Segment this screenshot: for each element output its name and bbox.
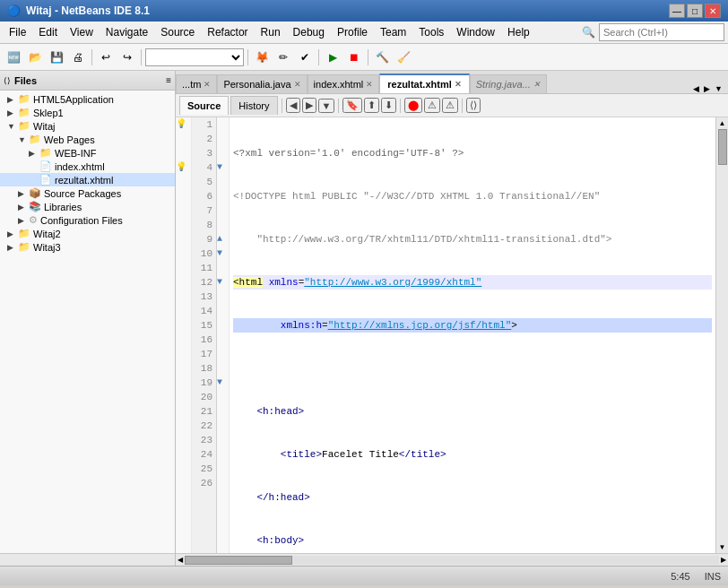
tab-close-btn[interactable]: ✕: [294, 80, 301, 89]
marker-6: [176, 189, 191, 203]
menu-source[interactable]: Source: [155, 24, 200, 40]
editor-btn-prev-bookmark[interactable]: ⬆: [364, 98, 379, 113]
gutter-7: [217, 203, 229, 218]
menu-refactor[interactable]: Refactor: [202, 24, 253, 40]
toolbar-stop-btn[interactable]: ⏹: [344, 48, 364, 67]
maximize-button[interactable]: □: [687, 4, 703, 18]
toolbar-firefox-btn[interactable]: 🦊: [252, 48, 272, 67]
toolbar-print-btn[interactable]: 🖨: [68, 48, 88, 67]
search-input[interactable]: [599, 23, 724, 41]
marker-2: [176, 132, 191, 146]
minimize-button[interactable]: —: [669, 4, 685, 18]
editor-btn-back[interactable]: ◀: [286, 98, 300, 113]
marker-4: 💡: [176, 160, 191, 175]
line-num: 2: [195, 132, 212, 146]
tab-string-java[interactable]: String.java... ✕: [470, 74, 547, 93]
code-editor[interactable]: <?xml version='1.0' encoding='UTF-8' ?> …: [230, 117, 715, 553]
tab-rezultat-xhtml[interactable]: rezultat.xhtml ✕: [379, 74, 470, 93]
menu-profile[interactable]: Profile: [332, 24, 373, 40]
menu-view[interactable]: View: [65, 24, 99, 40]
tree-item-witaj[interactable]: ▼ 📁 Witaj: [0, 119, 175, 133]
toolbar-check-btn[interactable]: ✔: [295, 48, 315, 67]
menu-team[interactable]: Team: [375, 24, 412, 40]
editor-btn-next-error[interactable]: ⚠: [442, 98, 458, 113]
tab-tm[interactable]: ...tm ✕: [176, 74, 217, 93]
toolbar-clean-btn[interactable]: 🧹: [394, 48, 413, 67]
hscroll-thumb[interactable]: [185, 556, 292, 565]
editor-btn-fwd[interactable]: ▶: [302, 98, 316, 113]
tree-item-witaj2[interactable]: ▶ 📁 Witaj2: [0, 227, 175, 240]
tab-close-btn[interactable]: ✕: [366, 80, 373, 89]
toolbar-build-btn[interactable]: 🔨: [372, 48, 392, 67]
gutter-10[interactable]: ▼: [217, 246, 229, 261]
menu-navigate[interactable]: Navigate: [100, 24, 153, 40]
tree-item-html5[interactable]: ▶ 📁 HTML5Application: [0, 92, 175, 106]
menu-run[interactable]: Run: [256, 24, 286, 40]
close-button[interactable]: ✕: [705, 4, 721, 18]
tab-scroll-right[interactable]: ▶: [702, 84, 712, 93]
editor-tab-history[interactable]: History: [230, 96, 277, 115]
menu-help[interactable]: Help: [502, 24, 535, 40]
gutter-19[interactable]: ▼: [217, 376, 229, 390]
gutter-2: [217, 132, 229, 146]
code-gutter: ▼ ▲ ▼ ▼ ▼: [217, 117, 230, 553]
tree-item-witaj3[interactable]: ▶ 📁 Witaj3: [0, 240, 175, 254]
scrollbar-down-arrow[interactable]: ▼: [716, 541, 728, 553]
toolbar-project-select[interactable]: [145, 48, 244, 66]
hscroll-right-arrow[interactable]: ▶: [721, 556, 726, 564]
editor-btn-toggle-breakpoint[interactable]: ⬤: [404, 98, 422, 113]
editor-toolbar-sep: [282, 99, 282, 113]
gutter-12[interactable]: ▼: [217, 275, 229, 290]
toolbar-redo-btn[interactable]: ↪: [117, 48, 137, 67]
editor-btn-prev-error[interactable]: ⚠: [424, 98, 440, 113]
scrollbar-thumb[interactable]: [718, 129, 727, 165]
status-time: 5:45: [671, 571, 689, 582]
toolbar-edit-btn[interactable]: ✏: [273, 48, 293, 67]
tab-close-btn[interactable]: ✕: [533, 80, 541, 89]
scrollbar-up-arrow[interactable]: ▲: [716, 117, 728, 129]
toolbar-save-btn[interactable]: 💾: [47, 48, 66, 67]
gutter-9[interactable]: ▲: [217, 232, 229, 246]
tree-arrow: ▶: [18, 189, 27, 198]
tree-item-rezultat-xhtml[interactable]: ▶ 📄 rezultat.xhtml: [0, 173, 175, 186]
menu-tools[interactable]: Tools: [413, 24, 449, 40]
tree-item-libraries[interactable]: ▶ 📚 Libraries: [0, 200, 175, 213]
toolbar-run-btn[interactable]: ▶: [323, 48, 342, 67]
tab-dropdown-btn[interactable]: ▼: [713, 84, 724, 93]
line-num: 12: [195, 275, 212, 290]
files-panel-label: Files: [14, 75, 37, 86]
tree-item-sklep1[interactable]: ▶ 📁 Sklep1: [0, 106, 175, 119]
tree-item-webpages[interactable]: ▼ 📁 Web Pages: [0, 133, 175, 146]
menu-file[interactable]: File: [4, 24, 31, 40]
app-icon: 🔵: [7, 4, 21, 17]
line-num: 11: [195, 261, 212, 275]
hscroll-left-arrow[interactable]: ◀: [178, 556, 183, 564]
toolbar-new-btn[interactable]: 🆕: [4, 48, 23, 67]
tree-label: HTML5Application: [33, 94, 114, 105]
marker-12: [176, 275, 191, 290]
menu-debug[interactable]: Debug: [288, 24, 330, 40]
menu-window[interactable]: Window: [451, 24, 500, 40]
editor-btn-next-bookmark[interactable]: ⬇: [381, 98, 396, 113]
tab-index-xhtml[interactable]: index.xhtml ✕: [308, 74, 380, 93]
panel-menu-btn[interactable]: ≡: [166, 75, 171, 85]
tree-item-webinf[interactable]: ▶ 📁 WEB-INF: [0, 146, 175, 160]
tree-item-config[interactable]: ▶ ⚙ Configuration Files: [0, 213, 175, 227]
toolbar-sep-4: [318, 49, 319, 65]
line-num: 10: [195, 246, 212, 261]
tab-close-btn[interactable]: ✕: [204, 80, 211, 89]
toolbar-undo-btn[interactable]: ↩: [96, 48, 116, 67]
gutter-4[interactable]: ▼: [217, 160, 229, 175]
editor-tab-source[interactable]: Source: [179, 96, 229, 115]
tree-item-source-packages[interactable]: ▶ 📦 Source Packages: [0, 186, 175, 200]
tab-scroll-left[interactable]: ◀: [691, 84, 701, 93]
tree-item-index-xhtml[interactable]: ▶ 📄 index.xhtml: [0, 160, 175, 173]
menu-edit[interactable]: Edit: [33, 24, 63, 40]
tab-personalia[interactable]: Personalia.java ✕: [217, 74, 307, 93]
tab-close-btn[interactable]: ✕: [455, 80, 462, 89]
editor-btn-format[interactable]: ⟨⟩: [466, 98, 481, 113]
toolbar-open-btn[interactable]: 📂: [25, 48, 45, 67]
editor-btn-menu[interactable]: ▼: [318, 99, 335, 113]
editor-btn-toggle-bookmark[interactable]: 🔖: [342, 98, 362, 113]
line-num: 13: [195, 290, 212, 304]
